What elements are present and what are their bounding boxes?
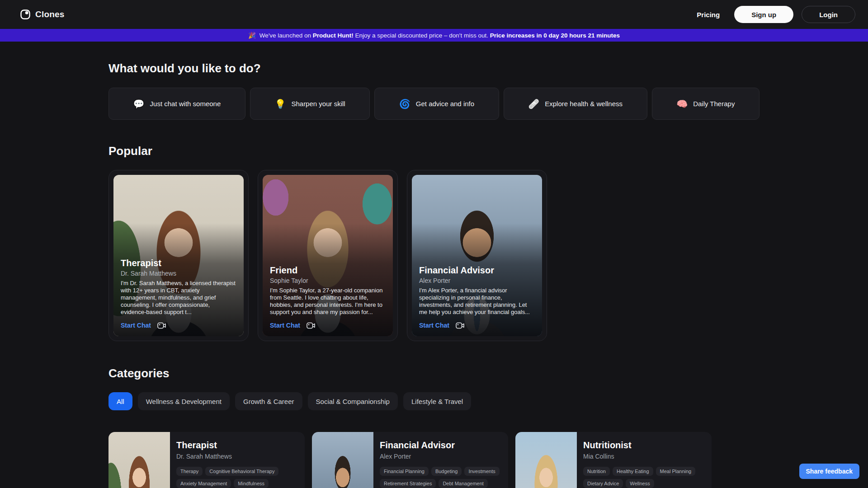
clone-role: Therapist [176,440,299,450]
banner-text: We've launched on Product Hunt! Enjoy a … [259,32,620,39]
popular-cards: Therapist Dr. Sarah Matthews I'm Dr. Sar… [108,170,760,341]
action-health-wellness[interactable]: 🩹 Explore health & wellness [504,88,647,120]
brain-icon: 🧠 [676,99,688,108]
specialty-tag: Investments [464,467,499,476]
specialty-tag: Healthy Eating [613,467,653,476]
category-card-therapist[interactable]: Therapist Dr. Sarah Matthews Therapy Cog… [108,432,305,488]
video-camera-icon[interactable] [456,322,464,329]
specialty-tag: Dietary Advice [583,479,623,488]
clone-name: Dr. Sarah Matthews [176,453,299,460]
clones-logo-icon [20,9,31,20]
specialty-tag: Nutrition [583,467,610,476]
swirl-icon: 🌀 [399,99,410,108]
clone-name: Sophie Taylor [270,277,386,284]
clone-name: Mia Collins [583,453,706,460]
action-daily-therapy[interactable]: 🧠 Daily Therapy [652,88,760,120]
banner-product-hunt: Product Hunt! [313,32,354,39]
categories-heading: Categories [108,366,760,380]
popular-card-financial-advisor[interactable]: Financial Advisor Alex Porter I'm Alex P… [407,170,547,341]
login-button[interactable]: Login [802,6,855,23]
specialty-tag: Therapy [176,467,203,476]
therapist-thumbnail [108,432,170,488]
clone-name: Dr. Sarah Matthews [121,270,236,277]
filter-wellness-development[interactable]: Wellness & Development [138,392,230,410]
start-chat-link[interactable]: Start Chat [419,322,449,329]
popular-heading: Popular [108,144,760,158]
announcement-banner[interactable]: 🎉 We've launched on Product Hunt! Enjoy … [0,29,868,42]
specialty-tag: Cognitive Behavioral Therapy [205,467,278,476]
health-icon: 🩹 [528,99,539,108]
filter-growth-career[interactable]: Growth & Career [235,392,302,410]
specialty-tag: Wellness [626,479,654,488]
category-filters: All Wellness & Development Growth & Care… [108,392,760,410]
category-card-nutritionist[interactable]: Nutritionist Mia Collins Nutrition Healt… [515,432,712,488]
clone-role: Friend [270,265,386,276]
specialty-tag: Anxiety Management [176,479,231,488]
page-title: What would you like to do? [108,61,760,75]
specialty-tag: Budgeting [431,467,462,476]
category-cards: Therapist Dr. Sarah Matthews Therapy Cog… [108,432,760,488]
popular-card-therapist[interactable]: Therapist Dr. Sarah Matthews I'm Dr. Sar… [108,170,249,341]
clone-description: I'm Dr. Sarah Matthews, a licensed thera… [121,280,236,316]
banner-countdown: Price increases in 0 day 20 hours 21 min… [490,32,620,39]
share-feedback-button[interactable]: Share feedback [799,464,860,479]
filter-all[interactable]: All [108,392,132,410]
party-popper-icon: 🎉 [248,32,256,39]
action-get-advice[interactable]: 🌀 Get advice and info [374,88,499,120]
top-nav: Clones Pricing Sign up Login [0,0,868,29]
filter-social-companionship[interactable]: Social & Companionship [308,392,398,410]
financial-advisor-thumbnail [312,432,373,488]
quick-actions: 💬 Just chat with someone 💡 Sharpen your … [108,88,760,120]
clone-description: I'm Sophie Taylor, a 27-year-old compani… [270,287,386,316]
brand-name: Clones [35,9,65,19]
brand-logo[interactable]: Clones [20,9,65,20]
popular-card-friend[interactable]: Friend Sophie Taylor I'm Sophie Taylor, … [258,170,398,341]
clone-role: Financial Advisor [380,440,503,450]
video-camera-icon[interactable] [307,322,315,329]
specialty-tag: Debt Management [439,479,488,488]
specialty-tag: Meal Planning [656,467,696,476]
category-card-financial-advisor[interactable]: Financial Advisor Alex Porter Financial … [312,432,508,488]
filter-lifestyle-travel[interactable]: Lifestyle & Travel [403,392,471,410]
action-sharpen-skill[interactable]: 💡 Sharpen your skill [250,88,370,120]
clone-name: Alex Porter [419,277,535,284]
specialty-tag: Financial Planning [380,467,429,476]
specialty-tag: Mindfulness [234,479,269,488]
signup-button[interactable]: Sign up [734,6,793,23]
clone-name: Alex Porter [380,453,503,460]
chat-bubbles-icon: 💬 [133,99,145,108]
video-camera-icon[interactable] [157,322,166,329]
specialty-tag: Retirement Strategies [380,479,436,488]
clone-role: Therapist [121,258,236,268]
nutritionist-thumbnail [515,432,577,488]
nav-link-pricing[interactable]: Pricing [697,11,720,19]
clone-description: I'm Alex Porter, a financial advisor spe… [419,287,535,316]
start-chat-link[interactable]: Start Chat [270,322,300,329]
clone-role: Nutritionist [583,440,706,450]
action-just-chat[interactable]: 💬 Just chat with someone [108,88,245,120]
start-chat-link[interactable]: Start Chat [121,322,151,329]
lightbulb-icon: 💡 [274,99,286,108]
clone-role: Financial Advisor [419,265,535,276]
